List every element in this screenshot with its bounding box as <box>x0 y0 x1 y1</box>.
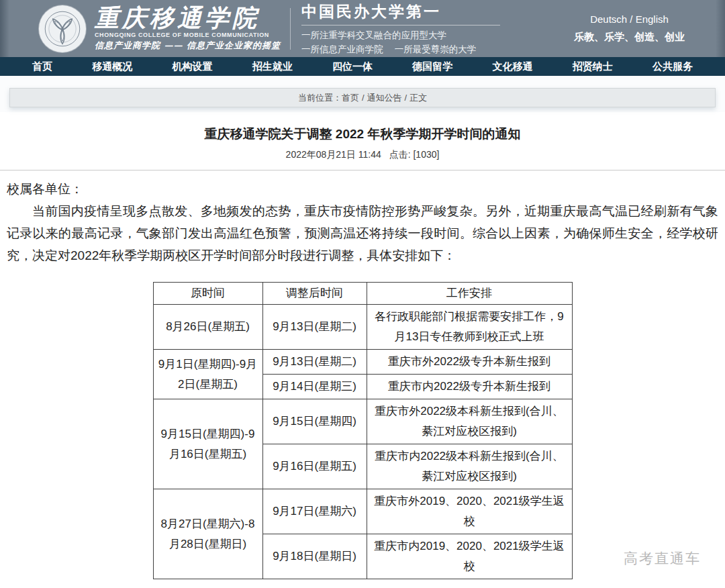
nav-item-admissions[interactable]: 招生就业 <box>252 60 293 73</box>
adjusted-time-cell: 9月18日(星期日) <box>262 534 367 579</box>
table-row: 8月27日(星期六)-8月28日(星期日) 9月17日(星期六) 重庆市外201… <box>153 489 572 534</box>
university-name: 重庆移通学院 <box>95 5 281 30</box>
university-tagline: 信息产业商学院 —— 信息产业企业家的摇篮 <box>95 40 281 52</box>
breadcrumb-notices[interactable]: 通知公告 <box>367 92 402 104</box>
original-time-cell: 9月1日(星期四)-9月2日(星期五) <box>153 350 262 399</box>
slogan-line-1: 一所注重学科交叉融合的应用型大学 <box>301 28 503 42</box>
publish-date: 2022年08月21日 11:44 <box>286 149 381 160</box>
work-cell: 重庆市外2022级专升本新生报到 <box>367 350 572 375</box>
site-header: 重庆移通学院 CHONGQING COLLEGE OF MOBILE COMMU… <box>0 0 725 57</box>
nav-item-study-germany[interactable]: 德国留学 <box>412 60 452 73</box>
header-divider <box>290 8 291 50</box>
article-title: 重庆移通学院关于调整 2022 年秋季学期开学时间的通知 <box>7 112 718 143</box>
nav-item-public-service[interactable]: 公共服务 <box>652 60 693 73</box>
table-row: 9月15日(星期四)-9月16日(星期五) 9月15日(星期四) 重庆市外202… <box>153 399 572 444</box>
header-slogan-block: 中国民办大学第一 一所注重学科交叉融合的应用型大学 一所信息产业商学院 一所最受… <box>301 1 503 56</box>
paragraph-intro: 当前国内疫情呈现多点散发、多地频发的态势，重庆市疫情防控形势严峻复杂。另外，近期… <box>7 200 718 266</box>
column-header-original-time: 原时间 <box>153 283 262 305</box>
work-cell: 各行政职能部门根据需要安排工作，9月13日专任教师到校正式上班 <box>367 305 572 350</box>
work-cell: 重庆市外2019、2020、2021级学生返校 <box>367 489 572 534</box>
logo-text-block: 重庆移通学院 CHONGQING COLLEGE OF MOBILE COMMU… <box>95 5 281 52</box>
column-header-work-arrangement: 工作安排 <box>367 283 572 305</box>
breadcrumb-strip: 当前位置： 首页 / 通知公告 / 正文 <box>0 76 725 112</box>
breadcrumb-label: 当前位置： <box>298 92 342 104</box>
university-name-english: CHONGQING COLLEGE OF MOBILE COMMUNICATIO… <box>95 32 281 38</box>
adjusted-time-cell: 9月17日(星期六) <box>262 489 367 534</box>
work-cell: 重庆市外2022级本科新生报到(合川、綦江对应校区报到) <box>367 399 572 444</box>
salutation: 校属各单位： <box>7 178 718 200</box>
nav-item-overview[interactable]: 移通概况 <box>92 60 132 73</box>
slogan-headline: 中国民办大学第一 <box>301 1 503 22</box>
original-time-cell: 9月15日(星期四)-9月16日(星期五) <box>153 399 262 489</box>
original-time-cell: 8月26日(星期五) <box>153 305 262 350</box>
nav-item-home[interactable]: 首页 <box>32 60 52 73</box>
breadcrumb: 当前位置： 首页 / 通知公告 / 正文 <box>9 88 716 107</box>
breadcrumb-current: 正文 <box>409 92 427 104</box>
school-motto: 乐教、乐学、创造、创业 <box>574 31 685 44</box>
site-logo[interactable]: 重庆移通学院 CHONGQING COLLEGE OF MOBILE COMMU… <box>39 5 281 52</box>
language-switch-link[interactable]: Deutsch / English <box>574 13 685 25</box>
hit-counter: 点击: [1030] <box>389 149 440 160</box>
breadcrumb-separator: / <box>405 93 407 103</box>
breadcrumb-separator: / <box>362 93 365 103</box>
main-nav: 首页 移通概况 机构设置 招生就业 四位一体 德国留学 文化移通 招贤纳士 公共… <box>0 57 725 76</box>
schedule-table: 原时间 调整后时间 工作安排 8月26日(星期五) 9月13日(星期二) 各行政… <box>153 282 573 579</box>
breadcrumb-home[interactable]: 首页 <box>342 92 359 104</box>
work-cell: 重庆市内2019、2020、2021级学生返校 <box>367 534 572 579</box>
university-seal-icon <box>39 5 86 52</box>
trefoil-emblem-icon <box>44 10 81 48</box>
table-header-row: 原时间 调整后时间 工作安排 <box>153 283 572 305</box>
adjusted-time-cell: 9月15日(星期四) <box>262 399 367 444</box>
work-cell: 重庆市内2022级专升本新生报到 <box>367 375 572 399</box>
article-content: 重庆移通学院关于调整 2022 年秋季学期开学时间的通知 2022年08月21日… <box>0 112 725 588</box>
column-header-adjusted-time: 调整后时间 <box>262 283 367 305</box>
article-meta: 2022年08月21日 11:44 点击: [1030] <box>7 149 718 161</box>
table-row: 8月26日(星期五) 9月13日(星期二) 各行政职能部门根据需要安排工作，9月… <box>153 305 572 350</box>
title-divider <box>0 170 725 170</box>
watermark: 高考直通车 <box>624 549 701 568</box>
table-row: 9月1日(星期四)-9月2日(星期五) 9月13日(星期二) 重庆市外2022级… <box>153 350 572 375</box>
adjusted-time-cell: 9月13日(星期二) <box>262 305 367 350</box>
nav-item-four-in-one[interactable]: 四位一体 <box>332 60 373 73</box>
slogan-rule <box>301 25 500 26</box>
original-time-cell: 8月27日(星期六)-8月28日(星期日) <box>153 489 262 579</box>
nav-item-recruitment[interactable]: 招贤纳士 <box>573 60 613 73</box>
slogan-line-2: 一所信息产业商学院 一所最受尊崇的大学 <box>301 42 503 56</box>
nav-item-culture[interactable]: 文化移通 <box>493 60 533 73</box>
adjusted-time-cell: 9月14日(星期三) <box>262 375 367 399</box>
adjusted-time-cell: 9月16日(星期五) <box>262 444 367 489</box>
adjusted-time-cell: 9月13日(星期二) <box>262 350 367 375</box>
work-cell: 重庆市内2022级本科新生报到(合川、綦江对应校区报到) <box>367 444 572 489</box>
nav-item-organization[interactable]: 机构设置 <box>173 60 213 73</box>
header-right-block: Deutsch / English 乐教、乐学、创造、创业 <box>574 13 685 44</box>
